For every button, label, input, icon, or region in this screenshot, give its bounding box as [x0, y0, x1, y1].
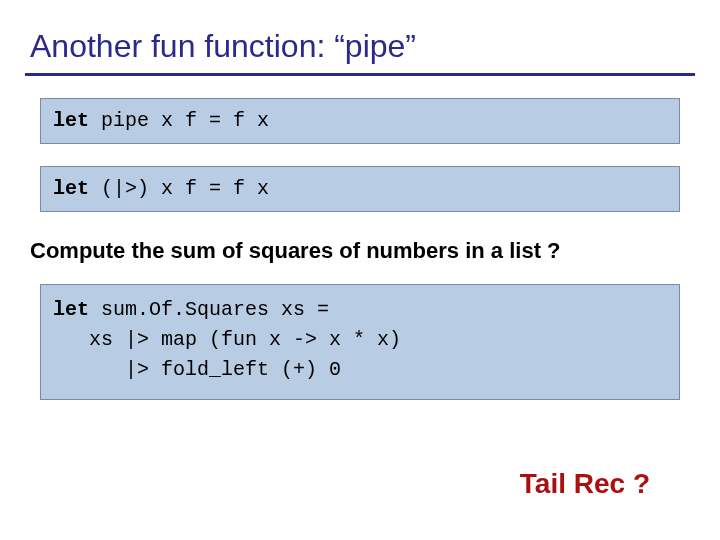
code-block-sumofsquares: let sum.Of.Squares xs = xs |> map (fun x… — [40, 284, 680, 400]
slide-title: Another fun function: “pipe” — [0, 0, 720, 73]
code-line3: |> fold_left (+) 0 — [53, 358, 341, 381]
code-block-pipe: let pipe x f = f x — [40, 98, 680, 144]
code-line1: sum.Of.Squares xs = — [89, 298, 329, 321]
keyword-let: let — [53, 177, 89, 200]
title-underline — [25, 73, 695, 76]
code-text: (|>) x f = f x — [89, 177, 269, 200]
code-text: pipe x f = f x — [89, 109, 269, 132]
code-line2: xs |> map (fun x -> x * x) — [53, 328, 401, 351]
keyword-let: let — [53, 109, 89, 132]
keyword-let: let — [53, 298, 89, 321]
tail-rec-label: Tail Rec ? — [520, 468, 650, 500]
subtitle-text: Compute the sum of squares of numbers in… — [30, 238, 690, 264]
code-block-pipe-op: let (|>) x f = f x — [40, 166, 680, 212]
